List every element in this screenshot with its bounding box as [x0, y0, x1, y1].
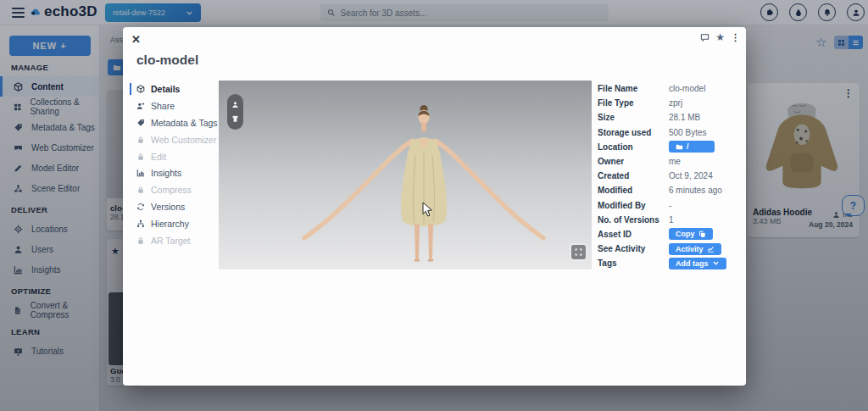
- close-icon[interactable]: ✕: [131, 33, 141, 46]
- modal-nav-hierarchy[interactable]: Hierarchy: [130, 215, 218, 232]
- detail-row-storage: Storage used500 Bytes: [598, 125, 742, 140]
- sync-icon: [136, 203, 145, 211]
- modal-title: clo-model: [136, 53, 198, 68]
- detail-row-asset-id: Asset ID Copy: [598, 227, 742, 242]
- modal-kebab-menu[interactable]: ⋮: [731, 32, 740, 43]
- modal-nav-edit[interactable]: Edit: [130, 148, 218, 165]
- chevron-down-icon: [712, 259, 720, 267]
- lock-icon: [136, 236, 145, 245]
- modal-nav: Details Share Metadata & Tags Web Custom…: [130, 81, 218, 249]
- lock-icon: [136, 186, 145, 194]
- copy-icon: [698, 230, 706, 238]
- detail-row-modified: Modified6 minutes ago: [598, 183, 742, 197]
- add-tags-button[interactable]: Add tags: [669, 258, 726, 269]
- avatar-mode-button[interactable]: [231, 101, 239, 108]
- copy-asset-id-button[interactable]: Copy: [669, 228, 713, 240]
- modal-nav-details[interactable]: Details: [130, 81, 218, 97]
- modal-nav-metadata-tags[interactable]: Metadata & Tags: [130, 114, 218, 131]
- activity-button[interactable]: Activity: [669, 243, 721, 255]
- detail-row-file-type: File Typezprj: [598, 96, 742, 110]
- tshirt-icon: [231, 115, 239, 123]
- share-user-icon: [136, 102, 145, 110]
- comment-icon: [700, 33, 709, 42]
- hierarchy-icon: [136, 219, 145, 228]
- location-button[interactable]: /: [669, 141, 715, 153]
- viewer-mode-toggle: [227, 94, 243, 130]
- modal-nav-compress[interactable]: Compress: [130, 181, 218, 198]
- detail-row-location: Location /: [598, 140, 742, 154]
- detail-row-tags: Tags Add tags: [598, 256, 742, 270]
- mouse-cursor: [422, 202, 433, 217]
- fullscreen-button[interactable]: [571, 245, 586, 259]
- detail-row-created: CreatedOct 9, 2024: [598, 169, 742, 183]
- model-viewer[interactable]: [219, 81, 592, 269]
- lock-icon: [136, 153, 145, 161]
- favorite-star-button[interactable]: ★: [715, 31, 725, 43]
- detail-row-size: Size28.1 MB: [598, 110, 742, 125]
- activity-chart-icon: [707, 245, 715, 253]
- folder-icon: [676, 143, 683, 151]
- modal-nav-share[interactable]: Share: [130, 97, 218, 114]
- avatar-3d-model: [297, 104, 551, 265]
- cube-icon: [136, 85, 145, 93]
- app-screen: echo3D retail-dew-7522 NEW + MANAGE Cont…: [0, 0, 868, 411]
- modal-nav-web-customizer[interactable]: Web Customizer: [130, 131, 218, 148]
- garment-mode-button[interactable]: [231, 115, 239, 123]
- asset-details-modal: ✕ clo-model ★ ⋮ Details Share Metadata &…: [123, 27, 746, 386]
- details-panel: File Nameclo-model File Typezprj Size28.…: [598, 81, 742, 270]
- comment-button[interactable]: [700, 33, 709, 42]
- detail-row-activity: See Activity Activity: [598, 242, 742, 256]
- fullscreen-icon: [575, 248, 582, 256]
- detail-row-versions: No. of Versions1: [598, 213, 742, 227]
- lock-icon: [136, 136, 145, 144]
- person-icon: [231, 101, 239, 108]
- modal-nav-ar-target[interactable]: AR Target: [130, 232, 218, 249]
- modal-nav-insights[interactable]: Insights: [130, 164, 218, 181]
- detail-row-file-name: File Nameclo-model: [598, 81, 742, 96]
- tag-icon: [136, 119, 145, 127]
- detail-row-modified-by: Modified By-: [598, 198, 742, 213]
- chart-icon: [136, 169, 145, 177]
- detail-row-owner: Ownerme: [598, 154, 742, 169]
- modal-nav-versions[interactable]: Versions: [130, 198, 218, 215]
